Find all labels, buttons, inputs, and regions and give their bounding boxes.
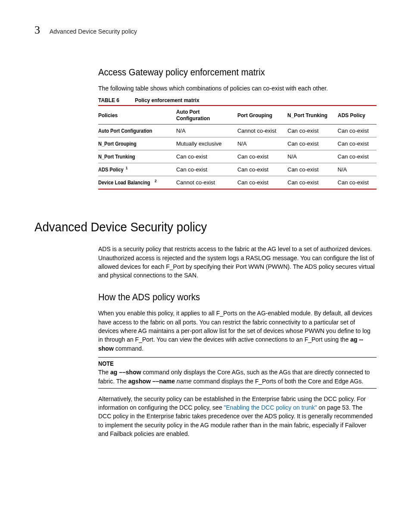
chapter-intro: ADS is a security policy that restricts … [98, 245, 377, 280]
cell: Can co-exist [287, 163, 337, 176]
cell: Can co-exist [287, 137, 337, 150]
page: 3 Advanced Device Security policy Access… [0, 0, 411, 532]
note-body: The ag ––show command only displays the … [98, 368, 377, 386]
table-row: ADS Policy1 Can co-exist Can co-exist Ca… [98, 163, 377, 176]
section-intro: The following table shows which combinat… [98, 84, 377, 93]
col-port-grouping: Port Grouping [237, 112, 272, 118]
col-nport-trunking: N_Port Trunking [287, 112, 327, 118]
how-works-p1: When you enable this policy, it applies … [98, 309, 377, 352]
text: The [98, 369, 110, 376]
running-header: 3 Advanced Device Security policy [34, 24, 377, 37]
footnote-ref: 2 [155, 179, 157, 183]
command-show: show [126, 369, 141, 376]
chapter-number: 3 [34, 24, 40, 37]
cell: Can co-exist [176, 163, 237, 176]
command-gap: –– [117, 369, 125, 376]
content-column: Access Gateway policy enforcement matrix… [98, 67, 377, 190]
cell: N/A [237, 137, 287, 150]
table-row: Auto Port Configuration N/A Cannot co-ex… [98, 124, 377, 137]
cell: Can co-exist [338, 176, 377, 190]
cell: Can co-exist [338, 150, 377, 163]
cell: Can co-exist [338, 137, 377, 150]
command-agshow: agshow [128, 378, 151, 385]
section-heading-matrix: Access Gateway policy enforcement matrix [98, 67, 354, 78]
row-name: ADS Policy [98, 166, 124, 173]
table-title: Policy enforcement matrix [135, 97, 199, 103]
policy-matrix-table: Policies Auto Port Configuration Port Gr… [98, 105, 377, 190]
text: When you enable this policy, it applies … [98, 310, 372, 343]
text: command. [114, 345, 143, 352]
table-caption: TABLE 6 Policy enforcement matrix [98, 97, 377, 103]
row-name: Auto Port Configuration [98, 128, 152, 134]
cell: Cannot co-exist [237, 124, 287, 137]
command-arg-name: name [177, 378, 192, 385]
command-name: name [159, 378, 175, 385]
cell: Can co-exist [237, 163, 287, 176]
table-label: TABLE 6 [98, 97, 119, 103]
cell: Can co-exist [338, 124, 377, 137]
section-heading-how-works: How the ADS policy works [98, 292, 354, 303]
row-name: Device Load Balancing [98, 179, 150, 186]
cell: Can co-exist [237, 176, 287, 190]
cell: Can co-exist [237, 150, 287, 163]
cell: Mutually exclusive [176, 137, 237, 150]
command-gap: –– [151, 378, 159, 385]
cell: N/A [176, 124, 237, 137]
note-label: NOTE [98, 359, 114, 368]
cell: Cannot co-exist [176, 176, 237, 190]
cell: N/A [338, 163, 377, 176]
row-name: N_Port Trunking [98, 153, 135, 160]
running-header-text: Advanced Device Security policy [50, 28, 137, 35]
content-column: ADS is a security policy that restricts … [98, 245, 377, 438]
cell: N/A [287, 150, 337, 163]
command-ag: ag [110, 369, 117, 376]
col-policies: Policies [98, 112, 118, 118]
xref-dcc-policy[interactable]: "Enabling the DCC policy on trunk" [224, 404, 317, 411]
table-header-row: Policies Auto Port Configuration Port Gr… [98, 106, 377, 124]
how-works-p2: Alternatively, the security policy can b… [98, 395, 377, 438]
footnote-ref: 1 [126, 166, 128, 170]
table-row: N_Port Grouping Mutually exclusive N/A C… [98, 137, 377, 150]
text: command displays the F_Ports of both the… [192, 378, 363, 385]
row-name: N_Port Grouping [98, 140, 137, 147]
cell: Can co-exist [287, 176, 337, 190]
table-row: Device Load Balancing2 Cannot co-exist C… [98, 176, 377, 190]
note-block: NOTE The ag ––show command only displays… [98, 357, 377, 389]
cell: Can co-exist [176, 150, 237, 163]
chapter-heading: Advanced Device Security policy [34, 220, 349, 234]
table-row: N_Port Trunking Can co-exist Can co-exis… [98, 150, 377, 163]
col-auto-port: Auto Port Configuration [176, 109, 229, 121]
col-ads-policy: ADS Policy [338, 112, 365, 118]
cell: Can co-exist [287, 124, 337, 137]
